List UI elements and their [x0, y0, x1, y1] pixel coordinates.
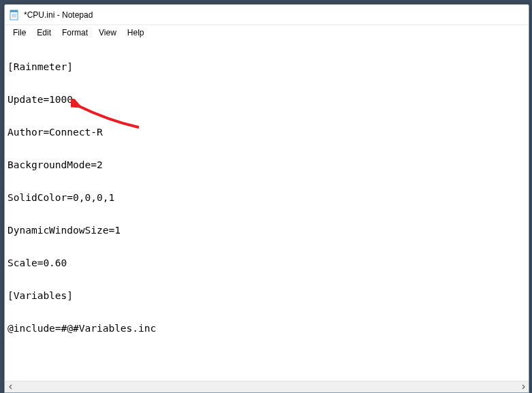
menubar: File Edit Format View Help — [5, 25, 529, 40]
scroll-left-arrow-icon[interactable] — [5, 381, 16, 393]
horizontal-scrollbar[interactable] — [5, 381, 529, 392]
scroll-right-arrow-icon[interactable] — [517, 381, 529, 393]
text-editor[interactable]: [Rainmeter] Update=1000 Author=Connect-R… — [5, 40, 529, 381]
menu-file[interactable]: File — [7, 27, 31, 39]
menu-format[interactable]: Format — [57, 27, 93, 39]
notepad-window: *CPU.ini - Notepad File Edit Format View… — [4, 4, 529, 393]
editor-line: DynamicWindowSize=1 — [7, 225, 526, 236]
titlebar[interactable]: *CPU.ini - Notepad — [5, 5, 529, 25]
editor-line: Update=1000 — [7, 94, 526, 105]
editor-line: Author=Connect-R — [7, 127, 526, 138]
menu-view[interactable]: View — [93, 27, 122, 39]
editor-line: Scale=0.60 — [7, 257, 526, 268]
editor-line: [Rainmeter] — [7, 61, 526, 72]
menu-help[interactable]: Help — [122, 27, 150, 39]
window-title: *CPU.ini - Notepad — [24, 10, 93, 20]
scroll-track[interactable] — [16, 381, 517, 393]
editor-line: [Variables] — [7, 290, 526, 301]
editor-line: BackgroundMode=2 — [7, 159, 526, 170]
editor-line — [7, 356, 526, 366]
menu-edit[interactable]: Edit — [31, 27, 57, 39]
editor-line: SolidColor=0,0,0,1 — [7, 192, 526, 203]
svg-rect-1 — [10, 10, 18, 12]
notepad-icon — [9, 10, 20, 20]
editor-line: @include=#@#Variables.inc — [7, 323, 526, 334]
